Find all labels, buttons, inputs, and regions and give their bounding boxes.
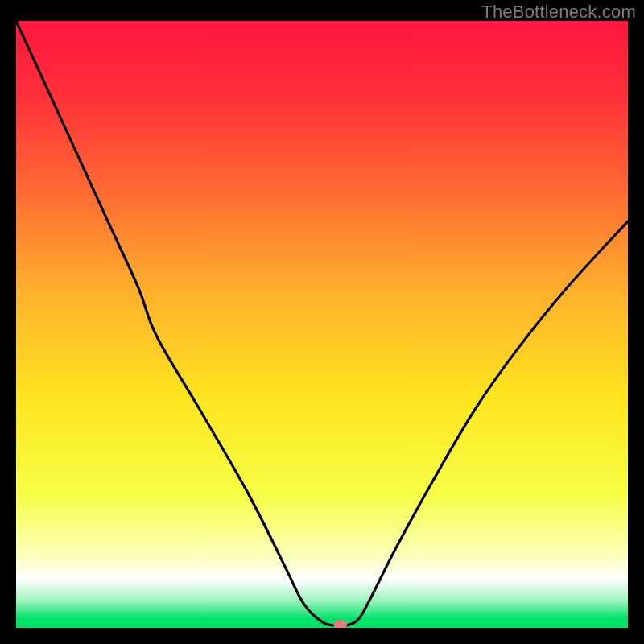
chart-svg	[16, 21, 628, 628]
chart-frame: TheBottleneck.com	[0, 0, 644, 644]
watermark-text: TheBottleneck.com	[481, 2, 636, 23]
optimum-marker	[334, 621, 347, 628]
chart-plot-area	[16, 21, 628, 628]
